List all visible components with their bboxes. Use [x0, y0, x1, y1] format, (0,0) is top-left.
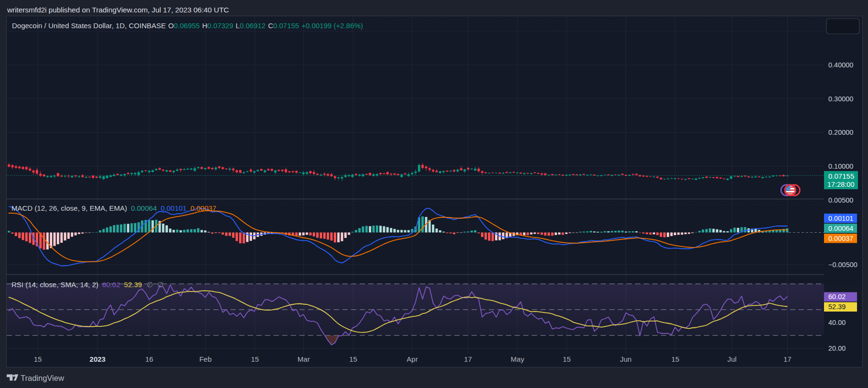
svg-text:Apr: Apr: [407, 355, 418, 363]
svg-text:TradingView: TradingView: [21, 374, 64, 382]
svg-text:0.20000: 0.20000: [828, 129, 853, 136]
svg-text:16: 16: [145, 355, 154, 363]
svg-text:0.10000: 0.10000: [828, 162, 853, 170]
svg-text:RSI (14, close, SMA, 14, 2)60.: RSI (14, close, SMA, 14, 2)60.0252.39∅∅: [11, 280, 164, 289]
svg-text:60.02: 60.02: [828, 293, 846, 301]
svg-text:15: 15: [563, 355, 571, 363]
svg-text:0.00500: 0.00500: [828, 196, 853, 204]
svg-text:Dogecoin / United States Dolla: Dogecoin / United States Dollar, 1D, COI…: [12, 22, 363, 30]
svg-text:15: 15: [349, 355, 357, 363]
svg-text:Mar: Mar: [297, 355, 310, 363]
svg-text:15: 15: [671, 355, 680, 363]
svg-text:MACD (12, 26, close, 9, EMA, E: MACD (12, 26, close, 9, EMA, EMA)0.00064…: [11, 204, 216, 212]
svg-text:2023: 2023: [89, 355, 105, 363]
svg-text:May: May: [511, 355, 525, 363]
svg-text:17: 17: [464, 355, 472, 363]
svg-text:0.40000: 0.40000: [828, 61, 853, 69]
svg-text:0.00101: 0.00101: [828, 215, 853, 222]
svg-text:17:28:00: 17:28:00: [827, 181, 854, 188]
svg-text:0.30000: 0.30000: [828, 95, 853, 103]
svg-text:Jul: Jul: [727, 355, 736, 363]
svg-text:0.07155: 0.07155: [828, 172, 854, 180]
svg-text:52.39: 52.39: [828, 303, 846, 311]
svg-text:15: 15: [251, 355, 259, 363]
svg-text:Jun: Jun: [620, 355, 631, 363]
svg-text:0.00037: 0.00037: [828, 235, 853, 242]
svg-text:0.00064: 0.00064: [828, 225, 853, 232]
svg-text:Feb: Feb: [199, 355, 212, 363]
svg-text:−0.00500: −0.00500: [828, 261, 857, 269]
svg-text:20.00: 20.00: [828, 345, 846, 352]
svg-text:15: 15: [34, 355, 42, 363]
svg-text:17: 17: [783, 355, 791, 363]
svg-text:40.00: 40.00: [828, 319, 846, 326]
